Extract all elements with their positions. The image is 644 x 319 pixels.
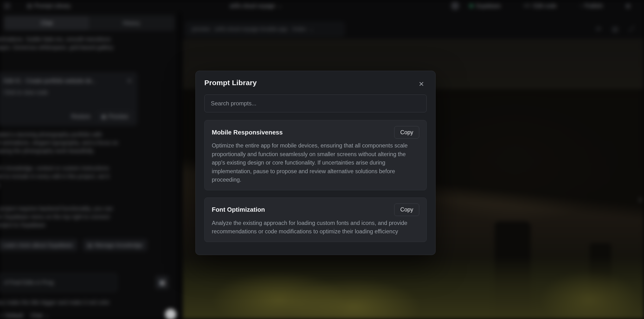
chat-message: r project requires backend functionality… (0, 204, 176, 229)
edit-code-label: Edit code (534, 3, 557, 9)
edit-code-button[interactable]: </> Edit code (524, 0, 557, 12)
upload-icon: ↑ (580, 3, 582, 9)
manage-knowledge-button[interactable]: ▤ Manage knowledge (83, 239, 147, 251)
learn-supabase-button[interactable]: Learn more about Supabase (0, 239, 78, 251)
publish-label: Publish (584, 3, 602, 9)
vegetation-glow (286, 278, 421, 319)
panel-expand-handle[interactable]: › (638, 192, 642, 206)
expand-editor-button[interactable]: ▣ (156, 276, 169, 289)
chat-mode-button[interactable]: Chat ⌄ (29, 310, 50, 319)
prompt-library-modal: Prompt Library ✕ Mobile Responsiveness C… (196, 71, 436, 255)
chevron-down-icon: ⌄ (309, 26, 314, 32)
close-button[interactable]: ✕ (417, 80, 426, 88)
chevron-right-icon: › (638, 193, 642, 205)
chat-message: er's knowledge, context or custom instru… (0, 164, 176, 188)
prompt-title: Font Optimization (212, 206, 265, 214)
project-name: artfo cloud voyage (230, 3, 275, 9)
copy-button[interactable]: Copy (394, 204, 419, 216)
sidebar-tabbar: Chat History (3, 16, 175, 31)
lovable-logo-icon (4, 3, 10, 9)
refresh-button[interactable]: ⟳ (594, 24, 604, 34)
copy-button[interactable]: Copy (394, 126, 419, 138)
chat-sidebar: Chat History animations. Subtle fade-ins… (0, 12, 178, 319)
devices-icon: ▤ (612, 25, 618, 33)
chat-message: you make the title bigger and make it re… (0, 298, 176, 306)
draft-input[interactable]: d Final Edits in Prog (0, 273, 117, 292)
refresh-icon: ⟳ (596, 25, 602, 33)
modal-title: Prompt Library (204, 79, 427, 87)
attachment-button[interactable]: + Default (0, 310, 24, 319)
close-icon: ✕ (418, 80, 424, 88)
preview-url-bar[interactable]: preview · artfo-cloud-voyage-lovable.app… (185, 22, 344, 36)
edit-card-title: Edit #1 - Create portfolio website de... (4, 77, 96, 85)
chevron-down-icon: ⌄ (278, 3, 282, 9)
square-icon: ▣ (159, 279, 165, 286)
eye-icon: ◉ (101, 113, 106, 120)
device-toggle-button[interactable]: ▤ (610, 24, 620, 34)
top-bar: ▤ Prompt Library artfo cloud voyage ⌄ Su… (0, 0, 644, 12)
search-input[interactable] (204, 94, 427, 112)
app-logo[interactable] (4, 0, 10, 12)
publish-button[interactable]: ↑ Publish (580, 0, 602, 12)
external-link-icon: ⤢ (629, 25, 634, 33)
edit-card-subtitle: Click to view code (4, 88, 132, 96)
book-icon: ▤ (87, 242, 93, 248)
tab-chat[interactable]: Chat (4, 16, 89, 30)
code-icon: </> (524, 3, 531, 9)
prompt-list: Mobile Responsiveness Copy Optimize the … (204, 120, 427, 243)
prompt-library-label: Prompt Library (34, 3, 71, 9)
plus-icon: + (0, 312, 3, 319)
close-icon[interactable]: ✕ (127, 77, 132, 85)
prompt-card-mobile-responsiveness: Mobile Responsiveness Copy Optimize the … (204, 120, 427, 190)
send-icon: ↑ (169, 311, 172, 318)
open-external-button[interactable]: ⤢ (626, 24, 637, 34)
edit-version-card[interactable]: Edit #1 - Create portfolio website de...… (0, 72, 137, 126)
restore-button[interactable]: Restore (71, 112, 91, 120)
preview-url-text: preview · artfo-cloud-voyage-lovable.app… (192, 26, 306, 32)
user-avatar[interactable] (451, 0, 459, 12)
prompt-description: Optimize the entire app for mobile devic… (212, 142, 419, 184)
prompt-library-menu-item[interactable]: ▤ Prompt Library (27, 0, 71, 12)
preview-button[interactable]: ◉ Preview (97, 111, 132, 122)
avatar (451, 2, 459, 10)
supabase-button[interactable]: Supabase (469, 0, 501, 12)
vegetation-glow (539, 271, 640, 319)
prompt-card-font-optimization: Font Optimization Copy Analyze the exist… (204, 198, 427, 242)
notifications-button[interactable]: ◍ (626, 0, 630, 12)
chevron-down-icon: ⌄ (44, 312, 49, 319)
chat-message: animations. Subtle fade-ins, smooth tran… (0, 35, 176, 52)
send-button[interactable]: ↑ (165, 309, 176, 319)
book-icon: ▤ (27, 3, 32, 9)
supabase-label: Supabase (476, 3, 501, 9)
prompt-description: Analyze the existing approach for loadin… (212, 219, 419, 236)
supabase-icon (469, 4, 473, 8)
chat-message: eated a stunning photography portfolio w… (0, 130, 176, 155)
tab-history[interactable]: History (89, 16, 174, 30)
project-switcher[interactable]: artfo cloud voyage ⌄ (230, 0, 282, 12)
prompt-title: Mobile Responsiveness (212, 129, 283, 136)
bell-icon: ◍ (626, 3, 630, 9)
